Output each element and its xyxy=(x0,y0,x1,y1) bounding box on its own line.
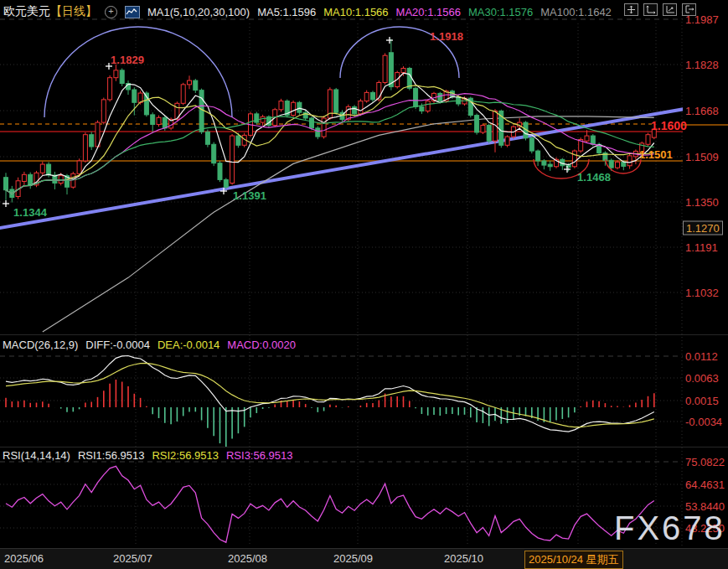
macd-value: MACD:0.0020 xyxy=(227,339,296,351)
macd-dea-value: DEA:-0.0014 xyxy=(157,339,219,351)
trading-chart-app: 1.19871.18281.16681.15091.13501.11911.10… xyxy=(0,0,728,569)
date-axis-label: 2025/07 xyxy=(113,552,152,565)
date-axis-label: 2025/08 xyxy=(228,552,267,565)
chart-type-icon[interactable] xyxy=(125,6,140,18)
macd-diff-value: DIFF:-0.0004 xyxy=(85,339,150,351)
add-indicator-icon[interactable]: + xyxy=(105,6,117,18)
ma30-value: MA30:1.1576 xyxy=(468,6,533,18)
rsi1-value: RSI1:56.9513 xyxy=(78,449,145,462)
period-label: 【日线】 xyxy=(50,4,97,18)
macd-header: MACD(26,12,9) DIFF:-0.0004 DEA:-0.0014 M… xyxy=(3,339,296,351)
rsi2-value: RSI2:56.9513 xyxy=(152,449,219,462)
date-axis: 2025/10/24 星期五 2025/062025/072025/082025… xyxy=(0,548,728,569)
main-chart[interactable] xyxy=(0,0,728,569)
date-axis-label: 2025/09 xyxy=(333,552,373,565)
axis-zoom-icon[interactable] xyxy=(643,3,658,16)
rsi3-value: RSI3:56.9513 xyxy=(226,449,293,462)
ma100-value: MA100:1.1642 xyxy=(540,6,612,18)
current-date-badge: 2025/10/24 星期五 xyxy=(524,551,623,569)
axis-shift-icon[interactable] xyxy=(682,3,696,16)
rsi-settings-label: RSI(14,14,14) xyxy=(3,449,70,462)
ma20-value: MA20:1.1566 xyxy=(396,6,461,18)
chart-toolbar xyxy=(624,3,696,16)
ma-settings-label: MA1(5,10,20,30,100) xyxy=(147,6,250,18)
macd-settings-label: MACD(26,12,9) xyxy=(3,339,78,351)
axis-scale-icon[interactable] xyxy=(663,3,677,16)
date-axis-label: 2025/10 xyxy=(444,552,483,565)
chart-header: 欧元美元【日线】 + MA1(5,10,20,30,100) MA5:1.159… xyxy=(3,3,612,20)
watermark: FX678 xyxy=(614,510,725,547)
symbol-name: 欧元美元 xyxy=(3,4,50,18)
date-axis-label: 2025/06 xyxy=(4,552,44,565)
rsi-header: RSI(14,14,14) RSI1:56.9513 RSI2:56.9513 … xyxy=(3,449,292,462)
crosshair-move-icon[interactable] xyxy=(624,3,638,16)
ma5-value: MA5:1.1596 xyxy=(257,6,316,18)
ma10-value: MA10:1.1566 xyxy=(323,6,388,18)
